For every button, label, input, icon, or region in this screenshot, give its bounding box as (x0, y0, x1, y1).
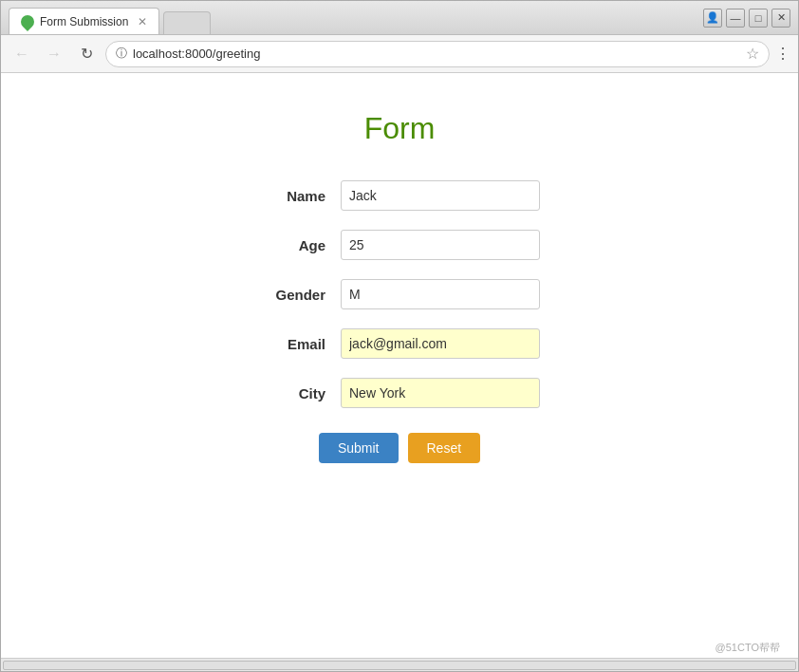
input-email[interactable] (341, 328, 540, 359)
minimize-button[interactable]: — (726, 9, 745, 28)
watermark: @51CTO帮帮 (715, 641, 780, 655)
inactive-tab[interactable] (163, 11, 211, 34)
scroll-track[interactable] (3, 661, 796, 670)
page-content: Form Name Age Gender (1, 73, 798, 658)
lock-icon: ⓘ (116, 46, 127, 62)
back-icon: ← (14, 46, 29, 63)
form-page: Form Name Age Gender (1, 73, 798, 501)
bookmark-star-icon[interactable]: ☆ (746, 45, 759, 63)
tab-close-button[interactable]: ✕ (138, 15, 147, 28)
form-row-city: City (259, 378, 540, 408)
form-row-email: Email (259, 328, 540, 359)
tab-label: Form Submission (40, 15, 128, 28)
url-input[interactable] (133, 47, 740, 61)
address-bar[interactable]: ⓘ ☆ (105, 41, 770, 67)
form-container: Name Age Gender Email (259, 180, 540, 463)
input-age[interactable] (341, 230, 540, 260)
title-bar: Form Submission ✕ 👤 — □ ✕ (1, 1, 798, 35)
reload-button[interactable]: ↻ (73, 41, 100, 67)
form-row-gender: Gender (259, 279, 540, 309)
label-gender: Gender (259, 287, 325, 303)
scrollbar-area[interactable] (1, 658, 798, 671)
label-city: City (259, 385, 325, 401)
browser-menu-icon[interactable]: ⋮ (775, 45, 790, 63)
input-city[interactable] (341, 378, 540, 408)
window-controls: 👤 — □ ✕ (703, 9, 790, 28)
submit-button[interactable]: Submit (319, 433, 399, 463)
label-email: Email (259, 336, 325, 352)
navigation-bar: ← → ↻ ⓘ ☆ ⋮ (1, 35, 798, 73)
tab-area: Form Submission ✕ (9, 1, 699, 34)
form-row-age: Age (259, 230, 540, 260)
active-tab[interactable]: Form Submission ✕ (9, 8, 159, 34)
label-name: Name (259, 188, 325, 204)
input-gender[interactable] (341, 279, 540, 309)
back-button[interactable]: ← (9, 41, 35, 67)
form-row-name: Name (259, 180, 540, 211)
maximize-button[interactable]: □ (749, 9, 768, 28)
form-title: Form (364, 111, 436, 146)
tab-favicon-icon (18, 12, 37, 31)
user-icon-button[interactable]: 👤 (703, 9, 722, 28)
label-age: Age (259, 237, 325, 253)
forward-button[interactable]: → (41, 41, 67, 67)
button-row: Submit Reset (259, 433, 540, 463)
close-button[interactable]: ✕ (771, 9, 790, 28)
browser-window: Form Submission ✕ 👤 — □ ✕ ← → ↻ ⓘ ☆ ⋮ (0, 0, 799, 672)
reload-icon: ↻ (81, 45, 93, 63)
input-name[interactable] (341, 180, 540, 211)
reset-button[interactable]: Reset (408, 433, 481, 463)
forward-icon: → (46, 46, 62, 63)
